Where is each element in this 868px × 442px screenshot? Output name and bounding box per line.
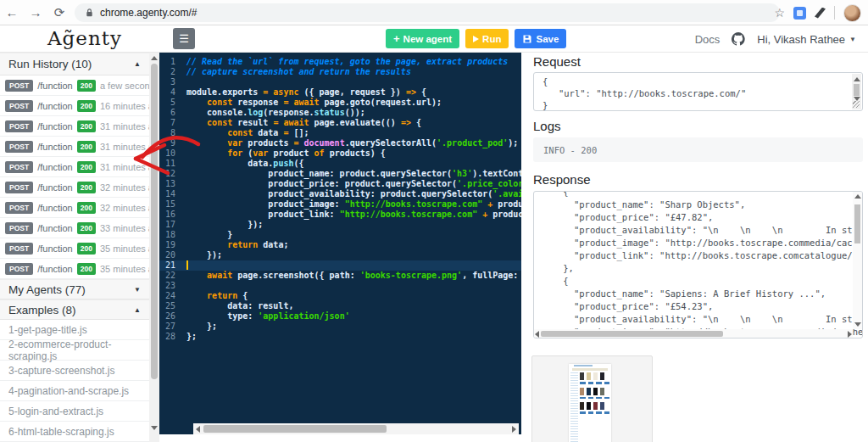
mini-add-button [588,397,594,400]
method-badge: POST [5,243,33,255]
save-button[interactable]: Save [515,29,566,48]
mini-book-row [580,402,609,410]
run-history-item[interactable]: POST/function20031 minutes ago [0,116,149,137]
code-editor[interactable]: 1// Read the `url` from request, goto th… [159,53,521,434]
code-line: 11 data.push({ [159,159,521,169]
status-badge: 200 [77,222,96,234]
code-text: }; [186,322,217,332]
request-title: Request [533,54,581,69]
run-history-item[interactable]: POST/function20035 minutes ago [0,259,149,279]
response-vertical-scrollbar[interactable] [853,192,862,329]
scrollbar-thumb[interactable] [541,331,723,337]
response-horizontal-scrollbar[interactable] [534,329,853,338]
refresh-icon[interactable]: ⟳ [47,5,71,20]
line-number: 3 [159,77,186,87]
scrollbar-thumb[interactable] [203,425,387,433]
run-history-item[interactable]: POST/function20032 minutes ago [0,198,149,218]
run-history-item[interactable]: POST/function20032 minutes ago [0,177,149,198]
scroll-left-icon[interactable] [535,331,539,338]
response-box[interactable]: { "product_name": "Sharp Objects", "prod… [533,191,863,338]
example-item[interactable]: 4-pagination-and-scrape.js [0,381,149,401]
code-text: const result = await page.evaluate(() =>… [186,118,421,128]
my-agents-header[interactable]: My Agents (77) ▼ [0,279,149,299]
hamburger-menu-button[interactable]: ☰ [173,28,195,49]
mini-book-cover [600,388,604,395]
code-text: product_availability: product.querySelec… [186,189,521,199]
scrollbar-thumb[interactable] [854,204,860,243]
scroll-up-icon[interactable] [854,77,860,81]
example-item[interactable]: 3-capture-screenshot.js [0,361,149,381]
scroll-down-icon[interactable] [151,426,158,430]
code-text: data.push({ [186,159,304,169]
mini-button-row [580,411,609,414]
scroll-right-icon[interactable] [512,426,516,433]
example-item[interactable]: 5-login-and-extract.js [0,401,149,422]
example-item[interactable]: 2-ecommerce-product-scraping.js [0,340,149,361]
scroll-down-icon[interactable] [854,322,861,327]
code-text: const response = await page.goto(request… [186,98,442,108]
run-history-item[interactable]: POST/function20031 minutes ago [0,157,149,177]
run-history-item[interactable]: POST/function200a few seconds ago [0,76,149,96]
screenshot-thumbnail[interactable] [531,355,653,442]
code-text: }); [186,220,263,230]
run-button[interactable]: Run [465,29,509,48]
new-agent-button[interactable]: + New agent [386,29,459,48]
code-text: module.exports = async ({ page, request … [186,87,426,98]
request-input[interactable]: { "url": "http://books.toscrape.com/" } [533,72,863,111]
editor-horizontal-scrollbar[interactable] [193,423,519,434]
github-icon[interactable] [732,32,745,46]
scrollbar-thumb[interactable] [854,84,860,96]
agenty-logo[interactable]: Ag̃enty [47,27,122,49]
docs-link[interactable]: Docs [695,33,721,46]
timestamp: a few seconds ago [100,81,149,91]
code-text: // capture screenshot and return the res… [186,67,411,77]
timestamp: 32 minutes ago [100,182,149,193]
line-number: 20 [159,250,186,260]
line-number: 22 [159,271,186,281]
mini-add-button [604,411,610,414]
endpoint-path: /function [37,243,73,254]
sidebar-scrollbar[interactable] [149,53,159,442]
examples-header[interactable]: Examples (8) ▲ [0,299,149,320]
mini-add-button [580,382,586,384]
mini-webpage [569,364,611,442]
endpoint-path: /function [37,223,73,233]
run-history-header[interactable]: Run History (10) ▲ [0,53,149,76]
code-line: 14 product_availability: product.querySe… [159,189,521,199]
user-menu[interactable]: Hi, Vikash Rathee ▼ [757,33,856,46]
mini-book-cover [593,388,598,395]
example-item[interactable]: 1-get-page-title.js [0,320,149,340]
run-history-item[interactable]: POST/function20016 minutes ago [0,96,149,116]
run-history-item[interactable]: POST/function20031 minutes ago [0,137,149,157]
scroll-right-icon[interactable] [848,331,852,338]
scrollbar-thumb[interactable] [151,64,158,379]
resize-grip[interactable] [853,101,860,108]
example-item[interactable]: 6-html-table-scraping.js [0,422,149,442]
scroll-up-icon[interactable] [854,194,861,199]
floppy-icon [522,34,532,44]
url-text[interactable]: chrome.agenty.com/# [100,7,198,19]
method-badge: POST [5,182,33,193]
status-badge: 200 [77,202,96,214]
request-json[interactable]: { "url": "http://books.toscrape.com/" } [542,76,854,111]
code-line: 8 const data = []; [159,128,521,138]
forward-icon[interactable]: → [24,5,47,20]
mini-book-row [580,388,609,395]
run-history-item[interactable]: POST/function20035 minutes ago [0,238,149,259]
status-badge: 200 [77,243,96,255]
bookmark-star-icon[interactable]: ☆ [774,6,785,20]
mini-book-cover [587,388,591,395]
code-text: product_price: product.querySelector('.p… [186,179,521,189]
run-history-item[interactable]: POST/function20033 minutes ago [0,218,149,238]
code-line: 25 data: result, [159,301,521,311]
mini-add-button [596,411,602,414]
scroll-up-icon[interactable] [151,56,158,60]
back-icon[interactable]: ← [0,5,24,20]
browser-profile-avatar[interactable] [843,4,861,22]
address-bar[interactable]: chrome.agenty.com/# [75,3,780,22]
request-scrollbar[interactable] [852,74,861,109]
extension-icon[interactable] [793,7,806,20]
pen-extension-icon[interactable] [815,8,826,19]
scroll-left-icon[interactable] [196,426,200,433]
divider [834,6,835,20]
